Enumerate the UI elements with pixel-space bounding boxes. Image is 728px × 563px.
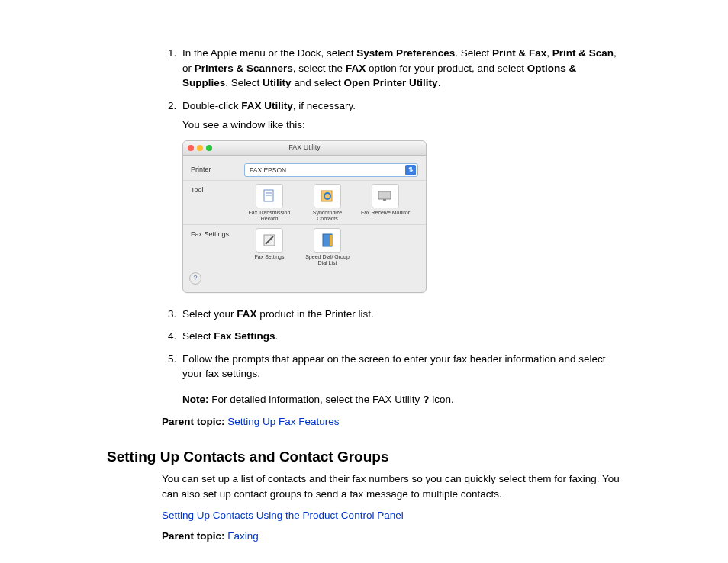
step-2: Double-click FAX Utility, if necessary. …: [179, 98, 621, 293]
sync-icon: [314, 184, 341, 208]
monitor-icon: [372, 184, 399, 208]
help-icon[interactable]: ?: [189, 272, 201, 285]
step-1: In the Apple menu or the Dock, select Sy…: [179, 46, 621, 91]
tile-fax-receive[interactable]: Fax Receive Monitor: [360, 184, 411, 221]
document-icon: [256, 184, 283, 208]
printer-value: FAX EPSON: [250, 166, 286, 175]
settings-icon: [256, 228, 283, 253]
tile-speed-dial[interactable]: Speed Dial/ Group Dial List: [302, 228, 353, 265]
tile-sync-contacts[interactable]: Synchronize Contacts: [302, 184, 353, 221]
link-setup-contacts[interactable]: Setting Up Contacts Using the Product Co…: [162, 510, 404, 521]
tool-label: Tool: [191, 184, 244, 195]
tile-fax-transmission[interactable]: Fax Transmission Record: [244, 184, 295, 221]
step-5: Follow the prompts that appear on the sc…: [179, 352, 621, 407]
step-list: In the Apple menu or the Dock, select Sy…: [107, 46, 621, 407]
step-3: Select your FAX product in the Printer l…: [179, 307, 621, 322]
tile-fax-settings[interactable]: Fax Settings: [244, 228, 295, 265]
step-2-sub: You see a window like this:: [182, 117, 621, 133]
svg-rect-4: [378, 191, 391, 199]
printer-dropdown[interactable]: FAX EPSON ⇅: [244, 163, 418, 177]
parent-link-faxing[interactable]: Faxing: [227, 530, 259, 542]
section-heading: Setting Up Contacts and Contact Groups: [107, 446, 621, 468]
book-icon: [314, 228, 341, 253]
fax-utility-window: FAX Utility Printer FAX EPSON ⇅ Tool: [182, 140, 427, 293]
window-titlebar: FAX Utility: [183, 141, 426, 156]
step-4: Select Fax Settings.: [179, 329, 621, 344]
svg-rect-5: [383, 199, 386, 201]
parent-topic-2: Parent topic: Faxing: [162, 529, 621, 544]
window-title: FAX Utility: [183, 143, 426, 153]
parent-link-fax-features[interactable]: Setting Up Fax Features: [227, 416, 339, 427]
printer-label: Printer: [191, 163, 244, 175]
settings-label: Fax Settings: [191, 228, 244, 240]
section-para: You can set up a list of contacts and th…: [162, 471, 621, 501]
svg-rect-9: [330, 235, 332, 246]
chevron-updown-icon: ⇅: [405, 165, 416, 175]
parent-topic-1: Parent topic: Setting Up Fax Features: [162, 414, 621, 429]
note: Note: For detailed information, select t…: [182, 392, 621, 407]
